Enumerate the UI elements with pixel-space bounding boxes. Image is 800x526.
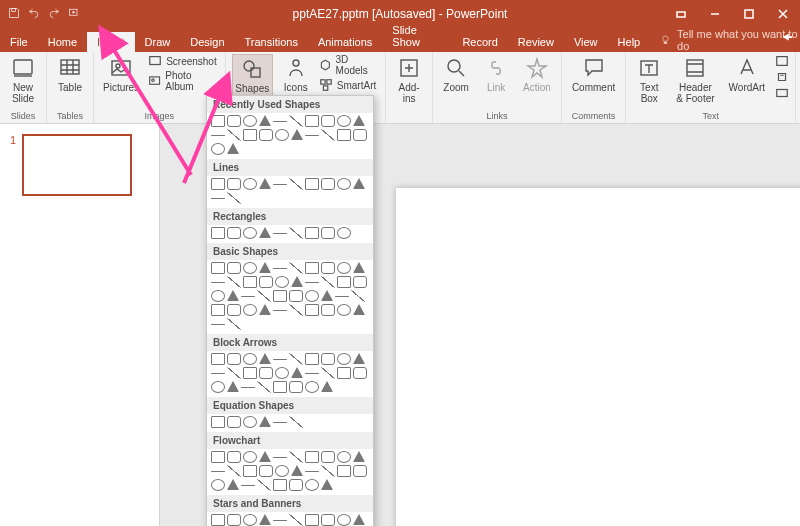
new-slide-button[interactable]: New Slide	[6, 54, 40, 106]
shape-option[interactable]	[337, 129, 351, 141]
shape-option[interactable]	[289, 514, 303, 526]
slide[interactable]	[396, 188, 800, 526]
shape-option[interactable]	[243, 367, 257, 379]
shape-option[interactable]	[275, 465, 289, 477]
shape-option[interactable]	[243, 178, 257, 190]
shape-option[interactable]	[227, 262, 241, 274]
shape-option[interactable]	[291, 129, 303, 140]
shape-option[interactable]	[259, 353, 271, 364]
slide-number-button[interactable]	[775, 70, 789, 84]
object-button[interactable]	[775, 86, 789, 100]
shape-option[interactable]	[275, 129, 289, 141]
shape-option[interactable]	[351, 290, 365, 302]
shape-option[interactable]	[305, 514, 319, 526]
date-time-button[interactable]	[775, 54, 789, 68]
tab-view[interactable]: View	[564, 32, 608, 52]
shape-option[interactable]	[289, 416, 303, 428]
redo-icon[interactable]	[48, 7, 60, 21]
shape-option[interactable]	[291, 367, 303, 378]
shape-option[interactable]	[259, 514, 271, 525]
shape-option[interactable]	[273, 290, 287, 302]
shape-option[interactable]	[305, 282, 319, 283]
shape-option[interactable]	[337, 115, 351, 127]
shape-option[interactable]	[241, 387, 255, 388]
wordart-button[interactable]: WordArt	[725, 54, 770, 95]
shape-option[interactable]	[273, 520, 287, 521]
shape-option[interactable]	[227, 514, 241, 526]
shape-option[interactable]	[289, 451, 303, 463]
shape-option[interactable]	[211, 324, 225, 325]
shape-option[interactable]	[227, 465, 241, 477]
shape-option[interactable]	[273, 268, 287, 269]
table-button[interactable]: Table	[53, 54, 87, 95]
shape-option[interactable]	[257, 290, 271, 302]
shape-option[interactable]	[259, 304, 271, 315]
shapes-button[interactable]: Shapes	[232, 54, 273, 97]
shape-option[interactable]	[259, 276, 273, 288]
shape-option[interactable]	[337, 227, 351, 239]
shape-option[interactable]	[305, 227, 319, 239]
tab-review[interactable]: Review	[508, 32, 564, 52]
shape-option[interactable]	[259, 115, 271, 126]
shape-option[interactable]	[305, 135, 319, 136]
shape-option[interactable]	[211, 262, 225, 274]
shape-option[interactable]	[273, 233, 287, 234]
undo-icon[interactable]	[28, 7, 40, 21]
shape-option[interactable]	[337, 465, 351, 477]
shape-option[interactable]	[305, 479, 319, 491]
shape-option[interactable]	[321, 514, 335, 526]
shape-option[interactable]	[243, 416, 257, 428]
shape-option[interactable]	[211, 479, 225, 491]
shape-option[interactable]	[289, 290, 303, 302]
shape-option[interactable]	[353, 451, 365, 462]
shape-option[interactable]	[211, 304, 225, 316]
shape-option[interactable]	[337, 353, 351, 365]
shape-option[interactable]	[259, 416, 271, 427]
icons-button[interactable]: Icons	[279, 54, 313, 95]
tab-animations[interactable]: Animations	[308, 32, 382, 52]
shape-option[interactable]	[273, 381, 287, 393]
shape-option[interactable]	[259, 262, 271, 273]
shape-option[interactable]	[337, 367, 351, 379]
minimize-button[interactable]	[698, 0, 732, 28]
shape-option[interactable]	[243, 227, 257, 239]
shape-option[interactable]	[289, 381, 303, 393]
shape-option[interactable]	[321, 178, 335, 190]
shape-option[interactable]	[211, 353, 225, 365]
shape-option[interactable]	[243, 451, 257, 463]
shape-option[interactable]	[337, 262, 351, 274]
shape-option[interactable]	[243, 304, 257, 316]
shape-option[interactable]	[321, 451, 335, 463]
shape-option[interactable]	[227, 276, 241, 288]
shape-option[interactable]	[273, 184, 287, 185]
shape-option[interactable]	[211, 451, 225, 463]
shape-option[interactable]	[211, 471, 225, 472]
shape-option[interactable]	[243, 115, 257, 127]
shape-option[interactable]	[321, 465, 335, 477]
shape-option[interactable]	[243, 514, 257, 526]
shape-option[interactable]	[305, 115, 319, 127]
shape-option[interactable]	[211, 373, 225, 374]
shape-option[interactable]	[227, 367, 241, 379]
share-button[interactable]	[780, 30, 794, 46]
shape-option[interactable]	[321, 129, 335, 141]
shape-option[interactable]	[227, 290, 239, 301]
shape-option[interactable]	[243, 262, 257, 274]
shape-option[interactable]	[321, 276, 335, 288]
shape-option[interactable]	[353, 262, 365, 273]
shape-option[interactable]	[321, 262, 335, 274]
shape-option[interactable]	[289, 304, 303, 316]
shape-option[interactable]	[335, 296, 349, 297]
shape-option[interactable]	[227, 479, 239, 490]
shape-option[interactable]	[321, 227, 335, 239]
shape-option[interactable]	[353, 304, 365, 315]
zoom-button[interactable]: Zoom	[439, 54, 473, 95]
shape-option[interactable]	[241, 485, 255, 486]
shape-option[interactable]	[275, 276, 289, 288]
shape-option[interactable]	[273, 359, 287, 360]
shape-option[interactable]	[305, 381, 319, 393]
shape-option[interactable]	[337, 451, 351, 463]
smartart-button[interactable]: SmartArt	[319, 78, 379, 92]
shape-option[interactable]	[353, 129, 367, 141]
shape-option[interactable]	[227, 192, 241, 204]
